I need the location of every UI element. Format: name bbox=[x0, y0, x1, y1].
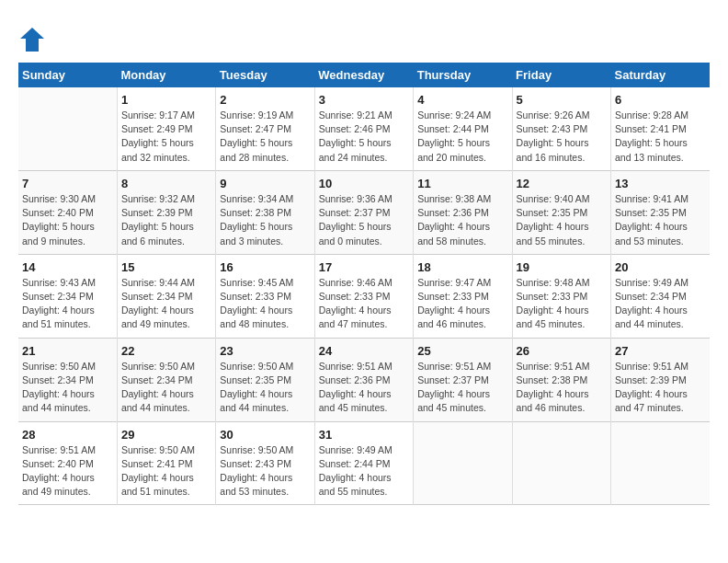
day-number: 8 bbox=[121, 177, 211, 190]
day-info: Sunrise: 9:41 AMSunset: 2:35 PMDaylight:… bbox=[615, 192, 706, 248]
calendar-cell bbox=[611, 421, 710, 505]
day-number: 18 bbox=[417, 260, 507, 274]
day-info: Sunrise: 9:49 AMSunset: 2:34 PMDaylight:… bbox=[615, 276, 706, 332]
day-number: 2 bbox=[220, 93, 310, 107]
weekday-header: Thursday bbox=[414, 63, 512, 87]
calendar-cell: 28Sunrise: 9:51 AMSunset: 2:40 PMDayligh… bbox=[18, 421, 117, 505]
day-number: 1 bbox=[121, 93, 211, 107]
day-info: Sunrise: 9:49 AMSunset: 2:44 PMDaylight:… bbox=[319, 443, 409, 500]
day-info: Sunrise: 9:51 AMSunset: 2:38 PMDaylight:… bbox=[517, 360, 607, 416]
day-info: Sunrise: 9:34 AMSunset: 2:38 PMDaylight:… bbox=[220, 192, 310, 248]
day-info: Sunrise: 9:24 AMSunset: 2:44 PMDaylight:… bbox=[417, 109, 507, 165]
calendar: SundayMondayTuesdayWednesdayThursdayFrid… bbox=[18, 63, 710, 505]
calendar-body: 1Sunrise: 9:17 AMSunset: 2:49 PMDaylight… bbox=[18, 87, 710, 505]
day-number: 30 bbox=[220, 428, 310, 442]
day-number: 13 bbox=[615, 177, 706, 190]
day-number: 7 bbox=[22, 177, 113, 190]
calendar-cell: 26Sunrise: 9:51 AMSunset: 2:38 PMDayligh… bbox=[512, 338, 610, 421]
weekday-header: Tuesday bbox=[216, 63, 314, 87]
day-number: 5 bbox=[517, 93, 607, 107]
day-info: Sunrise: 9:19 AMSunset: 2:47 PMDaylight:… bbox=[220, 109, 310, 165]
calendar-cell: 16Sunrise: 9:45 AMSunset: 2:33 PMDayligh… bbox=[216, 254, 314, 338]
calendar-cell: 19Sunrise: 9:48 AMSunset: 2:33 PMDayligh… bbox=[512, 254, 610, 338]
calendar-cell: 4Sunrise: 9:24 AMSunset: 2:44 PMDaylight… bbox=[414, 87, 512, 170]
weekday-header: Sunday bbox=[18, 63, 117, 87]
day-number: 9 bbox=[220, 177, 310, 190]
calendar-week-row: 1Sunrise: 9:17 AMSunset: 2:49 PMDaylight… bbox=[18, 87, 710, 170]
day-number: 16 bbox=[220, 260, 310, 274]
calendar-cell: 8Sunrise: 9:32 AMSunset: 2:39 PMDaylight… bbox=[117, 170, 215, 254]
day-number: 10 bbox=[319, 177, 409, 190]
calendar-cell bbox=[512, 421, 610, 505]
day-number: 19 bbox=[517, 260, 607, 274]
calendar-cell: 21Sunrise: 9:50 AMSunset: 2:34 PMDayligh… bbox=[18, 338, 117, 421]
day-info: Sunrise: 9:32 AMSunset: 2:39 PMDaylight:… bbox=[121, 192, 211, 248]
day-info: Sunrise: 9:40 AMSunset: 2:35 PMDaylight:… bbox=[517, 192, 607, 248]
day-info: Sunrise: 9:51 AMSunset: 2:39 PMDaylight:… bbox=[615, 360, 706, 416]
calendar-cell: 14Sunrise: 9:43 AMSunset: 2:34 PMDayligh… bbox=[18, 254, 117, 338]
calendar-header: SundayMondayTuesdayWednesdayThursdayFrid… bbox=[18, 63, 710, 87]
day-info: Sunrise: 9:46 AMSunset: 2:33 PMDaylight:… bbox=[319, 276, 409, 332]
calendar-cell: 6Sunrise: 9:28 AMSunset: 2:41 PMDaylight… bbox=[611, 87, 710, 170]
day-number: 3 bbox=[319, 93, 409, 107]
logo bbox=[18, 26, 50, 53]
day-number: 4 bbox=[417, 93, 507, 107]
day-number: 25 bbox=[417, 344, 507, 358]
day-number: 28 bbox=[22, 428, 113, 442]
calendar-cell: 27Sunrise: 9:51 AMSunset: 2:39 PMDayligh… bbox=[611, 338, 710, 421]
calendar-cell: 31Sunrise: 9:49 AMSunset: 2:44 PMDayligh… bbox=[314, 421, 413, 505]
calendar-week-row: 28Sunrise: 9:51 AMSunset: 2:40 PMDayligh… bbox=[18, 421, 710, 505]
day-info: Sunrise: 9:21 AMSunset: 2:46 PMDaylight:… bbox=[319, 109, 409, 165]
calendar-week-row: 21Sunrise: 9:50 AMSunset: 2:34 PMDayligh… bbox=[18, 338, 710, 421]
calendar-cell: 25Sunrise: 9:51 AMSunset: 2:37 PMDayligh… bbox=[414, 338, 512, 421]
day-number: 15 bbox=[121, 260, 211, 274]
calendar-cell: 3Sunrise: 9:21 AMSunset: 2:46 PMDaylight… bbox=[314, 87, 413, 170]
day-number: 21 bbox=[22, 344, 113, 358]
calendar-week-row: 7Sunrise: 9:30 AMSunset: 2:40 PMDaylight… bbox=[18, 170, 710, 254]
weekday-header: Saturday bbox=[611, 63, 710, 87]
day-number: 11 bbox=[417, 177, 507, 190]
day-number: 29 bbox=[121, 428, 211, 442]
day-info: Sunrise: 9:48 AMSunset: 2:33 PMDaylight:… bbox=[517, 276, 607, 332]
calendar-cell: 18Sunrise: 9:47 AMSunset: 2:33 PMDayligh… bbox=[414, 254, 512, 338]
calendar-cell: 17Sunrise: 9:46 AMSunset: 2:33 PMDayligh… bbox=[314, 254, 413, 338]
day-info: Sunrise: 9:51 AMSunset: 2:37 PMDaylight:… bbox=[417, 360, 507, 416]
day-info: Sunrise: 9:30 AMSunset: 2:40 PMDaylight:… bbox=[22, 192, 113, 248]
weekday-header: Monday bbox=[117, 63, 215, 87]
day-info: Sunrise: 9:51 AMSunset: 2:36 PMDaylight:… bbox=[319, 360, 409, 416]
calendar-cell: 7Sunrise: 9:30 AMSunset: 2:40 PMDaylight… bbox=[18, 170, 117, 254]
calendar-cell: 15Sunrise: 9:44 AMSunset: 2:34 PMDayligh… bbox=[117, 254, 215, 338]
weekday-row: SundayMondayTuesdayWednesdayThursdayFrid… bbox=[18, 63, 710, 87]
calendar-cell: 24Sunrise: 9:51 AMSunset: 2:36 PMDayligh… bbox=[314, 338, 413, 421]
day-info: Sunrise: 9:26 AMSunset: 2:43 PMDaylight:… bbox=[517, 109, 607, 165]
calendar-cell: 10Sunrise: 9:36 AMSunset: 2:37 PMDayligh… bbox=[314, 170, 413, 254]
day-info: Sunrise: 9:47 AMSunset: 2:33 PMDaylight:… bbox=[417, 276, 507, 332]
day-info: Sunrise: 9:28 AMSunset: 2:41 PMDaylight:… bbox=[615, 109, 706, 165]
calendar-cell: 20Sunrise: 9:49 AMSunset: 2:34 PMDayligh… bbox=[611, 254, 710, 338]
day-info: Sunrise: 9:44 AMSunset: 2:34 PMDaylight:… bbox=[121, 276, 211, 332]
weekday-header: Friday bbox=[512, 63, 610, 87]
calendar-cell: 29Sunrise: 9:50 AMSunset: 2:41 PMDayligh… bbox=[117, 421, 215, 505]
day-number: 27 bbox=[615, 344, 706, 358]
svg-marker-0 bbox=[20, 28, 44, 52]
day-number: 12 bbox=[517, 177, 607, 190]
day-number: 24 bbox=[319, 344, 409, 358]
header bbox=[18, 18, 710, 53]
day-number: 26 bbox=[517, 344, 607, 358]
day-number: 14 bbox=[22, 260, 113, 274]
calendar-cell: 11Sunrise: 9:38 AMSunset: 2:36 PMDayligh… bbox=[414, 170, 512, 254]
day-number: 22 bbox=[121, 344, 211, 358]
day-info: Sunrise: 9:45 AMSunset: 2:33 PMDaylight:… bbox=[220, 276, 310, 332]
calendar-cell: 5Sunrise: 9:26 AMSunset: 2:43 PMDaylight… bbox=[512, 87, 610, 170]
calendar-week-row: 14Sunrise: 9:43 AMSunset: 2:34 PMDayligh… bbox=[18, 254, 710, 338]
day-number: 31 bbox=[319, 428, 409, 442]
day-number: 17 bbox=[319, 260, 409, 274]
calendar-cell bbox=[414, 421, 512, 505]
day-info: Sunrise: 9:50 AMSunset: 2:34 PMDaylight:… bbox=[22, 360, 113, 416]
day-info: Sunrise: 9:50 AMSunset: 2:43 PMDaylight:… bbox=[220, 443, 310, 500]
day-info: Sunrise: 9:43 AMSunset: 2:34 PMDaylight:… bbox=[22, 276, 113, 332]
day-info: Sunrise: 9:50 AMSunset: 2:34 PMDaylight:… bbox=[121, 360, 211, 416]
day-info: Sunrise: 9:17 AMSunset: 2:49 PMDaylight:… bbox=[121, 109, 211, 165]
calendar-cell: 13Sunrise: 9:41 AMSunset: 2:35 PMDayligh… bbox=[611, 170, 710, 254]
day-number: 6 bbox=[615, 93, 706, 107]
